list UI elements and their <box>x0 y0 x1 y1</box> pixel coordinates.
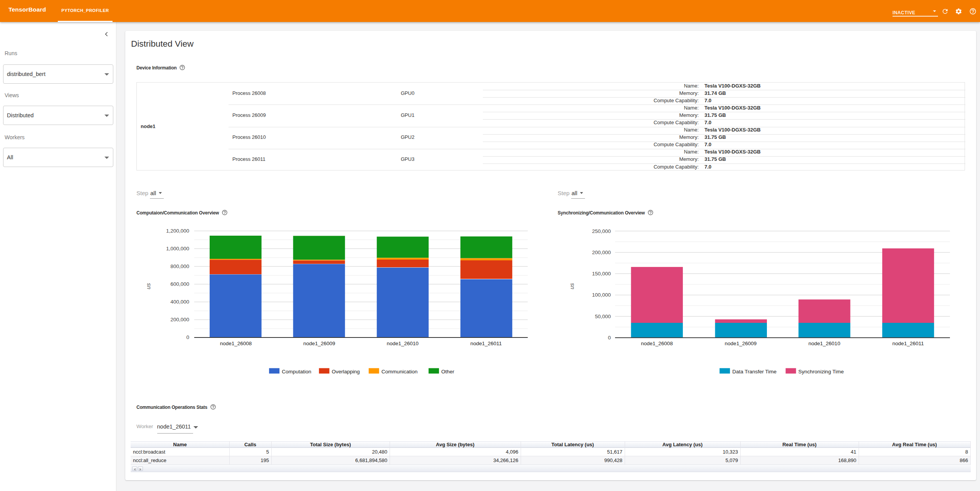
svg-text:0: 0 <box>608 335 611 341</box>
svg-text:1,000,000: 1,000,000 <box>166 246 189 251</box>
svg-text:us: us <box>568 283 575 289</box>
svg-text:0: 0 <box>186 334 189 340</box>
svg-text:200,000: 200,000 <box>170 317 189 322</box>
svg-text:Data Transfer Time: Data Transfer Time <box>732 369 777 375</box>
svg-text:400,000: 400,000 <box>170 299 189 305</box>
svg-text:Other: Other <box>441 369 454 375</box>
svg-text:800,000: 800,000 <box>170 263 189 269</box>
svg-text:us: us <box>145 283 151 289</box>
svg-text:Computation: Computation <box>282 369 311 375</box>
svg-text:node1_26011: node1_26011 <box>893 341 924 346</box>
svg-text:1,200,000: 1,200,000 <box>166 228 189 234</box>
svg-text:150,000: 150,000 <box>592 271 611 277</box>
svg-text:Overlapping: Overlapping <box>332 369 360 375</box>
svg-text:100,000: 100,000 <box>592 292 611 298</box>
svg-text:Communication: Communication <box>382 369 418 375</box>
svg-text:Synchronizing Time: Synchronizing Time <box>798 369 844 375</box>
svg-text:node1_26010: node1_26010 <box>809 341 840 346</box>
svg-text:node1_26011: node1_26011 <box>470 341 502 346</box>
svg-text:250,000: 250,000 <box>592 228 611 234</box>
svg-text:node1_26008: node1_26008 <box>641 341 673 346</box>
svg-text:node1_26009: node1_26009 <box>725 341 757 346</box>
svg-text:node1_26010: node1_26010 <box>387 341 419 346</box>
svg-text:200,000: 200,000 <box>592 250 611 255</box>
svg-text:node1_26009: node1_26009 <box>303 341 335 346</box>
svg-text:50,000: 50,000 <box>595 314 611 319</box>
svg-text:node1_26008: node1_26008 <box>220 341 252 346</box>
svg-text:600,000: 600,000 <box>170 281 189 287</box>
